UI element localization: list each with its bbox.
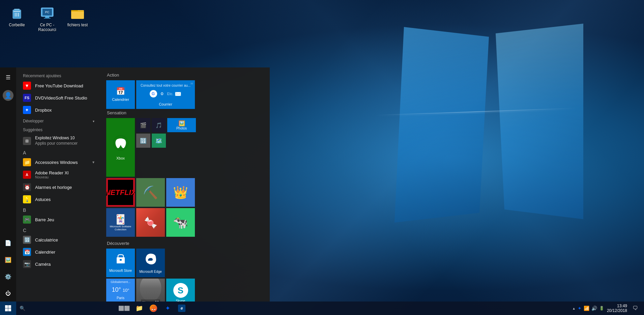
- desktop-icons: Corbeille PC Ce PC -Raccourci: [3, 3, 91, 34]
- taskbar: 🔍 ⬜⬜ 📁 🦊 ✦ e ▲ ✦ 📶 🔊 🔋: [0, 302, 644, 315]
- app-dropbox[interactable]: ✦ Dropbox: [16, 104, 101, 116]
- suggested-exploitez[interactable]: ⊞ Exploitez Windows 10 Applis pour comme…: [16, 134, 101, 148]
- app-alarmes[interactable]: ⏰ Alarmes et horloge: [16, 181, 101, 193]
- alarmes-label: Alarmes et horloge: [35, 185, 72, 190]
- xbox-tile-icon: [112, 135, 129, 154]
- task-view-button[interactable]: ⬜⬜: [117, 302, 131, 315]
- courrier-icons: G O Etc. ✉️: [148, 89, 184, 98]
- start-sidebar: ☰ 👤 📄 🖼️ ⚙️ ⏻: [0, 67, 16, 302]
- network-icon[interactable]: 📶: [584, 306, 589, 311]
- decouverte-section-title: Découverte: [106, 241, 265, 246]
- solitaire-icon: 🃏: [115, 214, 126, 225]
- taskbar-firefox[interactable]: 🦊: [147, 302, 160, 315]
- svg-rect-20: [8, 305, 11, 308]
- maps-icon: 🗺️: [155, 138, 162, 144]
- notifications-button[interactable]: 🗨: [630, 302, 641, 315]
- volume-icon[interactable]: 🔊: [591, 306, 597, 311]
- dropbox-label: Dropbox: [35, 108, 52, 113]
- taskbar-pinned-apps: 📁 🦊 ✦ e: [133, 302, 188, 315]
- svg-rect-22: [8, 309, 11, 312]
- sensation-mid: NETFLIX ⛏️ 👑: [106, 178, 265, 207]
- fichiers-label: fichiers test: [67, 23, 88, 27]
- tile-candy[interactable]: 🍬: [136, 208, 165, 237]
- candy-icon: 🍬: [144, 216, 157, 229]
- letter-a: A: [16, 148, 101, 156]
- power-button[interactable]: ⏻: [0, 285, 16, 302]
- pictures-icon: 🖼️: [5, 257, 11, 263]
- svg-rect-16: [120, 259, 122, 261]
- tile-friends[interactable]: 👑: [166, 178, 195, 207]
- app-adobe[interactable]: A Adobe Reader XI Nouveau: [16, 168, 101, 181]
- taskbar-dropbox[interactable]: ✦: [161, 302, 174, 315]
- desktop-icon-corbeille[interactable]: Corbeille: [3, 3, 30, 34]
- tile-courrier[interactable]: Consultez tout votre courrier au... G O …: [136, 80, 195, 109]
- courrier-etc: Etc.: [167, 92, 174, 96]
- tile-netflix[interactable]: NETFLIX: [106, 178, 135, 207]
- skype-icon: S: [173, 283, 188, 298]
- hamburger-button[interactable]: ☰: [0, 69, 16, 85]
- app-astuces[interactable]: 💡 Astuces: [16, 193, 101, 205]
- news-icon: ▶▐▐: [152, 301, 158, 302]
- settings-button[interactable]: ⚙️: [0, 268, 16, 285]
- taskbar-start-button[interactable]: [0, 302, 16, 315]
- developer-chevron: ▾: [93, 119, 94, 123]
- pictures-button[interactable]: 🖼️: [0, 252, 16, 268]
- tile-calc[interactable]: 🔢: [136, 134, 150, 148]
- app-camera[interactable]: 📷 Caméra: [16, 258, 101, 270]
- svg-rect-19: [5, 305, 8, 308]
- tile-calendrier[interactable]: 📅 Calendrier: [106, 80, 135, 109]
- action-section-title: Action: [106, 73, 265, 78]
- ms-store-label: Microsoft Store: [109, 269, 132, 273]
- app-dvd[interactable]: FS DVDVideoSoft Free Studio: [16, 92, 101, 104]
- taskbar-edge[interactable]: e: [175, 302, 188, 315]
- documents-button[interactable]: 📄: [0, 235, 16, 251]
- desktop-icon-fichiers[interactable]: fichiers test: [64, 3, 91, 34]
- decouverte-row1: Microsoft Store Microsoft Edge: [106, 249, 265, 277]
- corbeille-icon: [9, 5, 25, 21]
- corbeille-label: Corbeille: [9, 23, 25, 27]
- tile-ms-edge[interactable]: Microsoft Edge: [136, 249, 165, 277]
- battery-icon[interactable]: 🔋: [599, 306, 604, 311]
- taskbar-file-explorer[interactable]: 📁: [133, 302, 146, 315]
- desktop-icon-ce-pc[interactable]: PC Ce PC -Raccourci: [34, 3, 61, 34]
- windows-logo-icon: [5, 305, 11, 312]
- weather-temp: 10° 10°: [112, 286, 129, 293]
- tile-maps[interactable]: 🗺️: [152, 134, 166, 148]
- fichiers-icon: [69, 5, 86, 21]
- taskbar-search[interactable]: 🔍: [16, 302, 117, 315]
- power-icon: ⏻: [5, 290, 11, 296]
- tile-hay[interactable]: 🐄: [166, 208, 195, 237]
- start-menu: ☰ 👤 📄 🖼️ ⚙️ ⏻ Récemment ajoutées ▼: [0, 67, 270, 302]
- minecraft-icon: ⛏️: [143, 185, 158, 200]
- tile-skype[interactable]: S Skype: [166, 279, 195, 302]
- netflix-text: NETFLIX: [108, 180, 133, 205]
- tile-xbox[interactable]: Xbox: [106, 118, 135, 177]
- tile-video[interactable]: 🎬: [136, 118, 150, 132]
- app-calculatrice[interactable]: 🔢 Calculatrice: [16, 234, 101, 246]
- chevron-icon[interactable]: ▲: [572, 307, 576, 310]
- file-explorer-icon: 📁: [136, 305, 143, 312]
- user-avatar[interactable]: 👤: [3, 90, 13, 101]
- tile-weather[interactable]: Globalement... 10° 10° Paris 9°: [106, 279, 135, 302]
- video-icon: 🎬: [140, 122, 147, 128]
- app-free-youtube[interactable]: ▼ Free YouTube Download: [16, 80, 101, 92]
- tile-news[interactable]: News ▶▐▐: [136, 279, 165, 302]
- taskbar-clock[interactable]: 13:49 20/12/2018: [607, 304, 627, 313]
- app-accessoires[interactable]: 📁 Accessoires Windows ▾: [16, 156, 101, 168]
- exploitez-text: Exploitez Windows 10 Applis pour commenc…: [35, 136, 78, 146]
- app-calendrier-list[interactable]: 📅 Calendrier: [16, 246, 101, 258]
- user-icon: 👤: [4, 92, 12, 99]
- tile-minecraft[interactable]: ⛏️: [136, 178, 165, 207]
- tile-solitaire[interactable]: 🃏 Microsoft Solitaire Collection: [106, 208, 135, 237]
- tile-groove[interactable]: 🎵: [152, 118, 166, 132]
- friends-icon: 👑: [173, 185, 188, 200]
- outlook-icon: O: [158, 90, 166, 97]
- tile-ms-store[interactable]: Microsoft Store: [106, 249, 135, 277]
- solitaire-label: Microsoft Solitaire Collection: [108, 225, 133, 231]
- recently-added-header: Récemment ajoutées: [16, 71, 101, 80]
- calculatrice-label: Calculatrice: [35, 237, 58, 242]
- tile-photos[interactable]: 🖼️ Photos: [167, 118, 196, 132]
- app-barre-jeu[interactable]: 🎮 Barre Jeu: [16, 213, 101, 226]
- camera-icon: 📷: [23, 260, 31, 268]
- dropbox-tray-icon[interactable]: ✦: [578, 306, 582, 311]
